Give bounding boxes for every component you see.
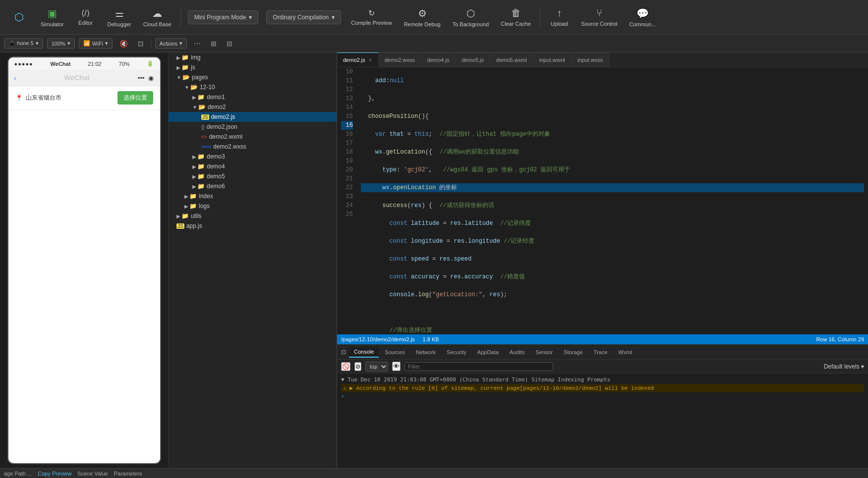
tab-sensor[interactable]: Sensor <box>530 347 558 357</box>
toolbar-simulator[interactable]: ▣ Simulator <box>36 5 68 29</box>
phone-signal: ●●●●● <box>14 61 33 67</box>
tab-demo2js[interactable]: demo2.js ✕ <box>337 53 379 67</box>
tab-network[interactable]: Network <box>411 347 441 357</box>
tree-label-demo2wxml: demo2.wxml <box>209 133 242 140</box>
phone-wechat: WeChat <box>51 61 71 67</box>
console-prompt-line[interactable]: › <box>341 392 864 400</box>
actions-btn[interactable]: Actions ▾ <box>155 38 187 49</box>
console-eye-btn[interactable]: 👁 <box>392 362 401 371</box>
mini-mode-btn[interactable]: Mini Program Mode ▾ <box>188 10 259 24</box>
console-clear-btn[interactable]: 🚫 <box>341 362 350 371</box>
debugger-icon: ⚌ <box>115 7 124 19</box>
chevron-right-icon: ▶ <box>176 65 180 70</box>
bottom-path-bar: age Path ... Copy Preview Scene Value Pa… <box>0 468 868 478</box>
toolbar-cloudbase[interactable]: ☁ Cloud Base <box>138 5 176 29</box>
layout-toggle-btn[interactable]: ⊞ <box>208 38 220 49</box>
tab-demo5wxml[interactable]: demo5.wxml <box>490 53 533 67</box>
console-filter-input[interactable] <box>405 362 553 371</box>
toolbar-upload[interactable]: ↑ Upload <box>544 5 574 29</box>
tree-item-appjs[interactable]: JS app.js <box>169 221 337 231</box>
tree-item-demo2js[interactable]: JS demo2.js <box>169 112 337 122</box>
tree-item-demo1[interactable]: ▶ 📁 demo1 <box>169 92 337 102</box>
tree-label-demo4: demo4 <box>207 163 225 170</box>
toolbar-compile-preview[interactable]: ↻ Compile Preview <box>346 6 397 28</box>
cloudbase-label: Cloud Base <box>143 21 172 27</box>
location-text: 山东省烟台市 <box>26 94 61 102</box>
tab-trace[interactable]: Trace <box>589 347 613 357</box>
tab-demo4js[interactable]: demo4.js <box>421 53 456 67</box>
more-options-btn[interactable]: ⋯ <box>191 38 204 49</box>
select-location-btn[interactable]: 选择位置 <box>117 91 153 105</box>
tree-item-js[interactable]: ▶ 📁 js <box>169 62 337 72</box>
tree-item-demo2wxss[interactable]: wxss demo2.wxss <box>169 142 337 152</box>
tree-item-demo2[interactable]: ▼ 📂 demo2 <box>169 102 337 112</box>
zoom-btn[interactable]: 100% ▾ <box>47 38 75 49</box>
folder-open-icon: 📂 <box>198 104 206 110</box>
editor-status-bar: /pages/12-10/demo2/demo2.js 1.8 KB Row 1… <box>337 334 868 344</box>
tab-close-demo2js[interactable]: ✕ <box>368 57 372 63</box>
tree-item-demo3[interactable]: ▶ 📁 demo3 <box>169 152 337 161</box>
toolbar-to-background[interactable]: ⬡ To Background <box>448 5 494 29</box>
toolbar-clear-cache[interactable]: 🗑 Clear Cache <box>496 5 536 29</box>
phone-model-btn[interactable]: 📱 hone 5 ▾ <box>4 38 43 49</box>
tree-item-demo6[interactable]: ▶ 📁 demo6 <box>169 181 337 191</box>
toolbar-community[interactable]: 💬 Commun... <box>625 5 661 29</box>
network-btn[interactable]: 📶 WiFi ▾ <box>79 38 113 49</box>
copy-preview-link[interactable]: Copy Preview <box>38 471 71 477</box>
nav-more-icon[interactable]: ••• <box>138 74 145 82</box>
top-toolbar: ⬡ ▣ Simulator ⟨/⟩ Editor ⚌ Debugger ☁ Cl… <box>0 0 868 35</box>
tree-item-12-10[interactable]: ▼ 📂 12-10 <box>169 82 337 92</box>
editor-tabs: demo2.js ✕ demo2.wxss demo4.js demo5.js <box>337 53 868 67</box>
tab-demo2wxss[interactable]: demo2.wxss <box>379 53 421 67</box>
tree-item-img[interactable]: ▶ 📁 img <box>169 53 337 62</box>
tab-label-input-wxml: input.wxml <box>539 57 565 63</box>
bottom-panel: ⊡ Console Sources Network Secur <box>337 344 868 468</box>
console-levels-label[interactable]: Default levels ▾ <box>824 363 864 370</box>
upload-label: Upload <box>551 21 568 27</box>
expand-warn-icon[interactable]: ▶ <box>349 385 353 391</box>
tree-item-demo4[interactable]: ▶ 📁 demo4 <box>169 161 337 171</box>
phone-status-bar: ●●●●● WeChat 21:02 70% 🔋 <box>8 57 160 70</box>
actions-chevron: ▾ <box>179 40 182 47</box>
file-tree: ▶ 📁 img ▶ 📁 js ▼ 📂 pages <box>169 53 337 468</box>
tree-item-logs[interactable]: ▶ 📁 logs <box>169 201 337 211</box>
tree-item-demo2wxml[interactable]: <> demo2.wxml <box>169 132 337 142</box>
toolbar-source-control[interactable]: ⑂ Source Control <box>576 5 622 29</box>
tree-item-index[interactable]: ▶ 📁 index <box>169 191 337 201</box>
tab-console[interactable]: Console <box>349 347 379 358</box>
layout-btn[interactable]: ⊡ <box>135 38 147 49</box>
console-context-select[interactable]: top <box>365 362 388 372</box>
tab-wxml-label: Wxml <box>618 349 632 355</box>
simulator-label: Simulator <box>41 21 63 27</box>
tree-item-demo5[interactable]: ▶ 📁 demo5 <box>169 171 337 181</box>
compile-dropdown-icon: ▾ <box>332 14 335 21</box>
tab-storage[interactable]: Storage <box>559 347 588 357</box>
tab-input-wxss[interactable]: input.wxss <box>572 53 609 67</box>
tab-input-wxml[interactable]: input.wxml <box>533 53 572 67</box>
split-view-btn[interactable]: ⊟ <box>224 38 235 49</box>
tab-demo5js[interactable]: demo5.js <box>456 53 490 67</box>
mute-btn[interactable]: 🔇 <box>116 38 131 49</box>
tree-item-demo2json[interactable]: {} demo2.json <box>169 122 337 132</box>
console-block-btn[interactable]: ⊘ <box>354 362 361 371</box>
tree-item-pages[interactable]: ▼ 📂 pages <box>169 72 337 82</box>
tab-sensor-label: Sensor <box>535 349 553 355</box>
code-view[interactable]: 10 11 12 13 14 15 16 16 17 18 19 20 <box>337 67 868 334</box>
tab-wxml[interactable]: Wxml <box>613 347 637 357</box>
editor-label: Editor <box>78 20 93 26</box>
tree-item-utils[interactable]: ▶ 📁 utils <box>169 211 337 221</box>
toolbar-remote-debug[interactable]: ⚙ Remote Debug <box>399 5 446 29</box>
tab-label-demo5wxml: demo5.wxml <box>496 57 527 63</box>
compile-mode-btn[interactable]: Ordinary Compilation ▾ <box>266 10 341 24</box>
tab-sources[interactable]: Sources <box>380 347 409 357</box>
toolbar-debugger[interactable]: ⚌ Debugger <box>102 5 136 29</box>
tab-security[interactable]: Security <box>442 347 471 357</box>
chevron-right-icon: ▶ <box>192 154 196 159</box>
tab-label-demo4js: demo4.js <box>427 57 450 63</box>
tree-label-demo2js: demo2.js <box>211 113 235 120</box>
expand-icon[interactable]: ▼ <box>341 377 345 383</box>
phone-model-chevron: ▾ <box>36 40 39 47</box>
tab-appdata[interactable]: AppData <box>472 347 504 357</box>
toolbar-editor[interactable]: ⟨/⟩ Editor <box>70 6 100 28</box>
tab-audits[interactable]: Audits <box>505 347 530 357</box>
